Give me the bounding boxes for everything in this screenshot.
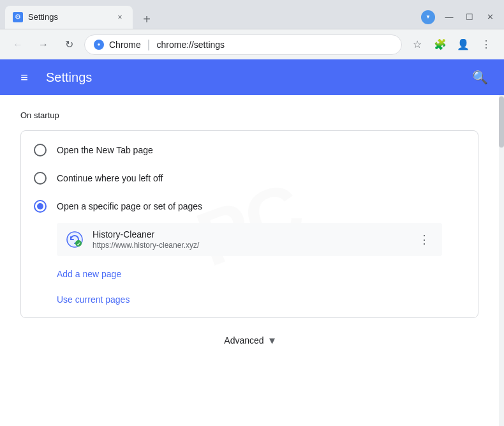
page-menu-button[interactable]: ⋮ bbox=[414, 229, 434, 250]
tab-close-button[interactable]: × bbox=[115, 12, 125, 22]
minimize-button[interactable]: — bbox=[440, 8, 458, 26]
profile-dropdown-icon[interactable]: ▼ bbox=[421, 10, 435, 24]
page-info: History-Cleaner https://www.history-clea… bbox=[93, 229, 414, 250]
site-name: Chrome bbox=[109, 40, 141, 50]
close-button[interactable]: ✕ bbox=[481, 8, 499, 26]
options-card: PC Open the New Tab page Continue where … bbox=[20, 130, 478, 318]
url-path: chrome://settings bbox=[156, 40, 225, 50]
content-area: On startup PC Open the New Tab page Cont… bbox=[0, 95, 504, 426]
window-controls: ▼ — ☐ ✕ bbox=[421, 8, 499, 26]
extension-icon[interactable]: 🧩 bbox=[430, 34, 450, 55]
address-bar: ← → ↻ Chrome | chrome://settings ☆ 🧩 👤 ⋮ bbox=[0, 29, 504, 59]
advanced-section[interactable]: Advanced ▾ bbox=[20, 333, 478, 347]
url-favicon bbox=[94, 40, 104, 50]
radio-label-new-tab: Open the New Tab page bbox=[57, 145, 153, 155]
radio-option-new-tab[interactable]: Open the New Tab page bbox=[21, 136, 478, 164]
add-new-page-link[interactable]: Add a new page bbox=[21, 261, 478, 287]
main-content: On startup PC Open the New Tab page Cont… bbox=[0, 95, 499, 426]
browser-window: Settings × + ▼ — ☐ ✕ ← → ↻ Chrome | chro… bbox=[0, 0, 504, 426]
radio-label-continue: Continue where you left off bbox=[57, 173, 163, 183]
settings-title: Settings bbox=[46, 70, 92, 85]
browser-menu-icon[interactable]: ⋮ bbox=[476, 34, 496, 55]
use-current-pages-link[interactable]: Use current pages bbox=[21, 287, 478, 312]
tab-title: Settings bbox=[28, 12, 110, 22]
page-icon: ✓ bbox=[64, 229, 85, 250]
settings-header: ≡ Settings 🔍 bbox=[0, 59, 504, 95]
radio-circle-specific bbox=[34, 200, 47, 213]
tab-favicon bbox=[13, 12, 23, 22]
back-button[interactable]: ← bbox=[8, 34, 28, 55]
profile-icon[interactable]: 👤 bbox=[453, 34, 473, 55]
settings-header-left: ≡ Settings bbox=[13, 66, 92, 89]
bookmark-icon[interactable]: ☆ bbox=[407, 34, 427, 55]
svg-text:✓: ✓ bbox=[77, 241, 81, 247]
hamburger-menu-button[interactable]: ≡ bbox=[13, 66, 36, 89]
reload-button[interactable]: ↻ bbox=[59, 34, 79, 55]
radio-option-specific[interactable]: Open a specific page or set of pages bbox=[21, 192, 478, 220]
advanced-label: Advanced bbox=[224, 335, 263, 346]
maximize-button[interactable]: ☐ bbox=[461, 8, 478, 26]
new-tab-button[interactable]: + bbox=[138, 11, 156, 29]
section-title: On startup bbox=[20, 110, 478, 120]
radio-circle-new-tab bbox=[34, 144, 47, 156]
chevron-down-icon: ▾ bbox=[269, 333, 275, 347]
active-tab[interactable]: Settings × bbox=[5, 6, 133, 29]
url-divider: | bbox=[147, 38, 151, 51]
title-bar: Settings × + ▼ — ☐ ✕ bbox=[0, 0, 504, 29]
dropdown-arrow: ▼ bbox=[426, 14, 431, 20]
page-name: History-Cleaner bbox=[93, 229, 414, 240]
radio-circle-continue bbox=[34, 172, 47, 185]
forward-button[interactable]: → bbox=[33, 34, 54, 55]
settings-search-button[interactable]: 🔍 bbox=[468, 66, 491, 89]
history-cleaner-icon: ✓ bbox=[66, 231, 84, 248]
tab-area: Settings × + bbox=[5, 6, 421, 29]
toolbar-icons: ☆ 🧩 👤 ⋮ bbox=[407, 34, 496, 55]
scrollbar-thumb[interactable] bbox=[499, 96, 504, 148]
url-bar[interactable]: Chrome | chrome://settings bbox=[84, 34, 402, 55]
startup-page-entry: ✓ History-Cleaner https://www.history-cl… bbox=[57, 223, 442, 256]
scrollbar[interactable] bbox=[499, 95, 504, 426]
radio-option-continue[interactable]: Continue where you left off bbox=[21, 164, 478, 192]
page-url: https://www.history-cleaner.xyz/ bbox=[93, 241, 414, 250]
radio-label-specific: Open a specific page or set of pages bbox=[57, 201, 202, 211]
